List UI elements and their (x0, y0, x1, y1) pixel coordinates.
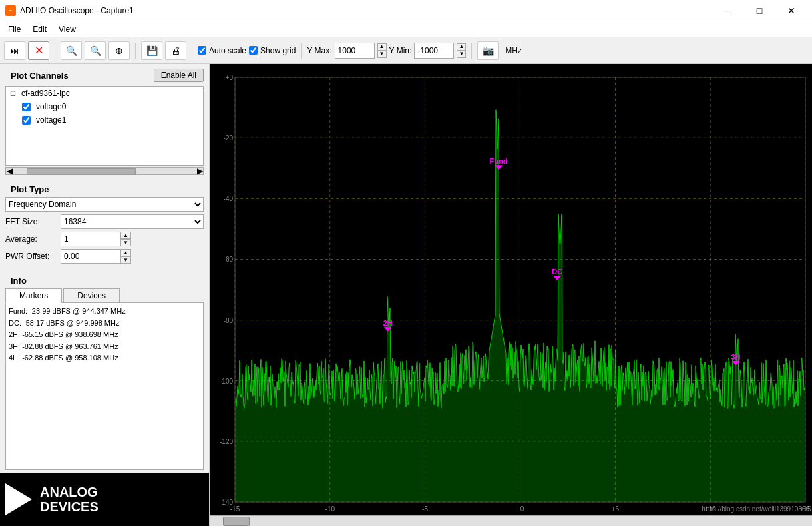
toolbar-separator-1 (55, 43, 55, 59)
plot-type-row: Frequency Domain Time Domain (5, 197, 204, 212)
stop-button[interactable]: ✕ (28, 41, 49, 60)
y-max-input[interactable] (335, 43, 375, 59)
fft-size-row: FFT Size: 16384 8192 4096 (5, 214, 204, 229)
average-spingroup: ▲ ▼ (61, 232, 131, 246)
plot-type-select[interactable]: Frequency Domain Time Domain (5, 197, 204, 212)
toolbar-separator-3 (192, 43, 192, 59)
skip-button[interactable]: ⏭ (4, 41, 25, 60)
y-max-spinbox: ▲ ▼ (377, 43, 387, 58)
y-min-label: Y Min: (389, 46, 412, 55)
y-max-up[interactable]: ▲ (377, 43, 387, 51)
marker-dc: DC: -58.17 dBFS @ 949.998 MHz (9, 318, 200, 330)
horizontal-scrollbar[interactable] (13, 167, 196, 175)
unit-label: MHz (505, 46, 522, 55)
info-section: Info Markers Devices Fund: -23.99 dBFS @… (0, 269, 209, 473)
channel-voltage1-checkbox[interactable] (22, 116, 31, 125)
logo-section: ANALOGDEVICES (0, 473, 209, 526)
url-overlay: https://blog.csdn.net/weili139910366 (702, 505, 809, 513)
minimize-button[interactable]: ─ (712, 0, 743, 21)
y-max-group: ▲ ▼ (335, 43, 387, 59)
plot-area: https://blog.csdn.net/weili139910366 (210, 64, 812, 526)
plot-type-section: Plot Type Frequency Domain Time Domain F… (0, 178, 209, 269)
y-max-down[interactable]: ▼ (377, 51, 387, 58)
marker-3h: 3H: -82.88 dBFS @ 963.761 MHz (9, 341, 200, 353)
y-min-up[interactable]: ▲ (457, 43, 466, 51)
channel-voltage1[interactable]: voltage1 (6, 113, 203, 127)
titlebar-left: ~ ADI IIO Oscilloscope - Capture1 (5, 5, 134, 16)
y-min-down[interactable]: ▼ (457, 51, 466, 58)
pwr-offset-spinbtns: ▲ ▼ (120, 249, 131, 264)
device-name: cf-ad9361-lpc (21, 89, 70, 98)
average-label: Average: (5, 234, 55, 244)
channel-voltage0-checkbox[interactable] (22, 103, 31, 111)
plot-channels-title: Plot Channels (5, 67, 74, 83)
app-icon: ~ (5, 5, 16, 16)
menu-view[interactable]: View (53, 23, 81, 35)
show-grid-checkbox[interactable] (249, 46, 258, 55)
fft-size-label: FFT Size: (5, 217, 55, 226)
fft-size-select[interactable]: 16384 8192 4096 (61, 214, 204, 229)
toolbar-separator-5 (471, 43, 472, 59)
scroll-thumb (27, 168, 136, 175)
scroll-right-btn[interactable]: ▶ (196, 167, 204, 175)
info-title: Info (5, 272, 204, 288)
auto-scale-checkbox[interactable] (198, 46, 206, 55)
show-grid-checkbox-label[interactable]: Show grid (249, 46, 296, 55)
pwr-offset-input[interactable] (61, 249, 120, 264)
show-grid-label: Show grid (260, 46, 296, 55)
toolbar-separator-2 (135, 43, 136, 59)
menu-file[interactable]: File (3, 23, 26, 35)
pwr-offset-spingroup: ▲ ▼ (61, 249, 131, 264)
screenshot-button[interactable]: 📷 (477, 41, 499, 60)
plot-canvas[interactable] (210, 64, 812, 515)
y-min-spinbox: ▲ ▼ (457, 43, 466, 58)
marker-fund: Fund: -23.99 dBFS @ 944.347 MHz (9, 306, 200, 318)
enable-all-button[interactable]: Enable All (154, 69, 204, 82)
y-min-group: ▲ ▼ (414, 43, 466, 59)
toolbar: ⏭ ✕ 🔍 🔍 ⊕ 💾 🖨 Auto scale Show grid Y Max… (0, 37, 812, 64)
tab-devices[interactable]: Devices (63, 288, 120, 302)
pwr-offset-row: PWR Offset: ▲ ▼ (5, 249, 204, 264)
y-min-input[interactable] (414, 43, 454, 59)
channel-tree: ☐ cf-ad9361-lpc voltage0 voltage1 (5, 86, 204, 166)
pwr-offset-down[interactable]: ▼ (120, 256, 131, 264)
plot-hscrollbar[interactable] (210, 515, 812, 526)
y-max-label: Y Max: (307, 46, 331, 55)
zoom-in-button[interactable]: 🔍 (61, 41, 82, 60)
pwr-offset-label: PWR Offset: (5, 252, 55, 261)
channel-voltage1-label: voltage1 (36, 115, 66, 125)
auto-scale-checkbox-label[interactable]: Auto scale (198, 46, 246, 55)
tab-markers[interactable]: Markers (5, 288, 62, 303)
plot-channels-header: Plot Channels Enable All (0, 64, 209, 86)
auto-scale-label: Auto scale (209, 46, 246, 55)
save-button[interactable]: 💾 (141, 41, 162, 60)
menubar: File Edit View (0, 21, 812, 37)
marker-4h: 4H: -62.88 dBFS @ 958.108 MHz (9, 352, 200, 364)
pwr-offset-up[interactable]: ▲ (120, 249, 131, 256)
left-panel: Plot Channels Enable All ☐ cf-ad9361-lpc… (0, 64, 210, 526)
average-down[interactable]: ▼ (120, 239, 131, 246)
close-button[interactable]: ✕ (776, 0, 807, 21)
menu-edit[interactable]: Edit (27, 23, 52, 35)
window-controls: ─ □ ✕ (712, 0, 807, 21)
plot-type-title: Plot Type (5, 180, 204, 197)
average-input[interactable] (61, 232, 120, 246)
maximize-button[interactable]: □ (744, 0, 775, 21)
window-title: ADI IIO Oscilloscope - Capture1 (20, 6, 134, 15)
logo-triangle-icon (5, 483, 32, 515)
channel-voltage0[interactable]: voltage0 (6, 100, 203, 113)
device-item[interactable]: ☐ cf-ad9361-lpc (6, 87, 203, 100)
zoom-fit-button[interactable]: ⊕ (108, 41, 130, 60)
zoom-out-button[interactable]: 🔍 (85, 41, 106, 60)
print-button[interactable]: 🖨 (165, 41, 186, 60)
average-spinbtns: ▲ ▼ (120, 232, 131, 246)
average-row: Average: ▲ ▼ (5, 232, 204, 246)
marker-2h: 2H: -65.15 dBFS @ 938.698 MHz (9, 329, 200, 341)
toolbar-separator-4 (301, 43, 302, 59)
plot-hscroll-thumb (223, 517, 250, 526)
average-up[interactable]: ▲ (120, 232, 131, 239)
scroll-left-btn[interactable]: ◀ (5, 167, 13, 175)
main-layout: Plot Channels Enable All ☐ cf-ad9361-lpc… (0, 64, 812, 526)
info-tabs: Markers Devices (5, 288, 204, 303)
info-content: Fund: -23.99 dBFS @ 944.347 MHz DC: -58.… (5, 303, 204, 470)
